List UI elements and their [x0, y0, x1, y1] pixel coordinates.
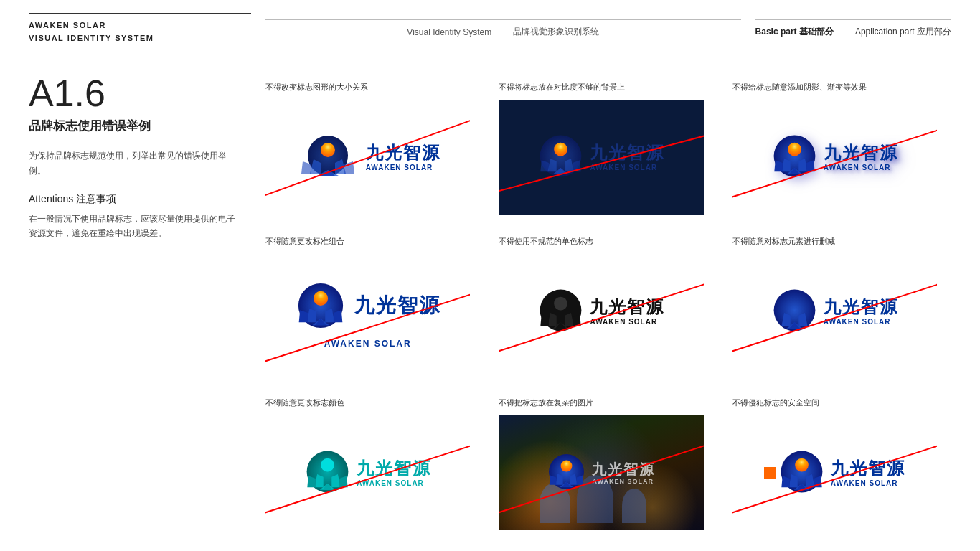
- example-2-box: 九光智源 AWAKEN SOLAR: [499, 100, 703, 215]
- svg-point-25: [314, 291, 328, 306]
- example-3-box: 九光智源 AWAKEN SOLAR: [732, 100, 937, 215]
- page-number: A1.6: [29, 75, 237, 112]
- example-8: 不得把标志放在复杂的图片: [484, 390, 717, 545]
- example-9-icon: [778, 448, 825, 495]
- nav-basic-part[interactable]: Basic part 基础部分: [755, 26, 834, 38]
- example-8-box: 九光智源 AWAKEN SOLAR: [499, 415, 703, 530]
- example-2: 不得将标志放在对比度不够的背景上: [484, 75, 717, 229]
- attention-title: Attentions 注意事项: [29, 193, 237, 206]
- example-4: 不得随意更改标准组合: [251, 229, 484, 390]
- svg-point-9: [555, 142, 568, 156]
- example-4-icon: [296, 281, 346, 331]
- example-7: 不得随意更改标志颜色: [251, 390, 484, 545]
- example-9: 不得侵犯标志的安全空间: [718, 390, 951, 545]
- example-1-label: 不得改变标志图形的大小关系: [265, 82, 470, 93]
- example-5-icon: [537, 287, 584, 334]
- header-nav-center: Visual Identity System 品牌视觉形象识别系统: [265, 19, 741, 38]
- svg-point-62: [795, 458, 809, 471]
- nav-app-part[interactable]: Application part 应用部分: [855, 26, 951, 38]
- svg-point-46: [321, 458, 334, 471]
- nav-vis-identity-cn: 品牌视觉形象识别系统: [513, 26, 599, 38]
- header-brand-section: AWAKEN SOLAR VISUAL IDENTITY SYSTEM: [29, 13, 251, 44]
- example-5: 不得使用不规范的单色标志: [484, 229, 717, 390]
- right-grid: 不得改变标志图形的大小关系: [251, 75, 951, 545]
- example-6-icon: [771, 287, 818, 334]
- main-content: A1.6 品牌标志使用错误举例 为保持品牌标志规范使用，列举出常见的错误使用举例…: [0, 53, 980, 551]
- example-6: 不得随意对标志元素进行删减: [718, 229, 951, 390]
- example-3: 不得给标志随意添加阴影、渐变等效果: [718, 75, 951, 229]
- example-2-label: 不得将标志放在对比度不够的背景上: [499, 82, 703, 93]
- brand-name: AWAKEN SOLAR VISUAL IDENTITY SYSTEM: [29, 19, 251, 44]
- header: AWAKEN SOLAR VISUAL IDENTITY SYSTEM Visu…: [0, 0, 980, 53]
- header-nav-right: Basic part 基础部分 Application part 应用部分: [755, 19, 951, 38]
- page-desc: 为保持品牌标志规范使用，列举出常见的错误使用举例。: [29, 149, 237, 178]
- example-8-label: 不得把标志放在复杂的图片: [499, 397, 703, 408]
- example-4-label: 不得随意更改标准组合: [265, 236, 470, 247]
- example-3-icon: [771, 133, 818, 179]
- example-8-icon: [547, 452, 586, 491]
- example-1: 不得改变标志图形的大小关系: [251, 75, 484, 229]
- svg-point-17: [788, 142, 801, 156]
- examples-grid: 不得改变标志图形的大小关系: [251, 75, 951, 545]
- attention-desc: 在一般情况下使用品牌标志，应该尽量使用提供的电子资源文件，避免在重绘中出现误差。: [29, 212, 237, 241]
- left-panel: A1.6 品牌标志使用错误举例 为保持品牌标志规范使用，列举出常见的错误使用举例…: [29, 75, 251, 545]
- example-1-icon: [296, 134, 360, 177]
- example-9-label: 不得侵犯标志的安全空间: [732, 397, 937, 408]
- svg-point-1: [321, 143, 335, 157]
- example-4-box: 九光智源 AWAKEN SOLAR: [265, 254, 470, 376]
- example-3-label: 不得给标志随意添加阴影、渐变等效果: [732, 82, 937, 93]
- example-1-box: 九光智源 AWAKEN SOLAR: [265, 100, 470, 215]
- example-7-box: 九光智源 AWAKEN SOLAR: [265, 415, 470, 530]
- example-5-box: 九光智源 AWAKEN SOLAR: [499, 254, 703, 369]
- example-9-box: 九光智源 AWAKEN SOLAR: [732, 415, 937, 530]
- example-7-icon: [304, 448, 351, 495]
- svg-point-33: [555, 296, 568, 310]
- example-2-icon: [537, 133, 584, 179]
- page-title: 品牌标志使用错误举例: [29, 118, 237, 134]
- svg-point-54: [561, 460, 573, 471]
- example-6-label: 不得随意对标志元素进行删减: [732, 236, 937, 247]
- example-6-box: 九光智源 AWAKEN SOLAR: [732, 254, 937, 369]
- example-5-label: 不得使用不规范的单色标志: [499, 236, 703, 247]
- nav-vis-identity-en: Visual Identity System: [407, 27, 491, 37]
- example-7-label: 不得随意更改标志颜色: [265, 397, 470, 408]
